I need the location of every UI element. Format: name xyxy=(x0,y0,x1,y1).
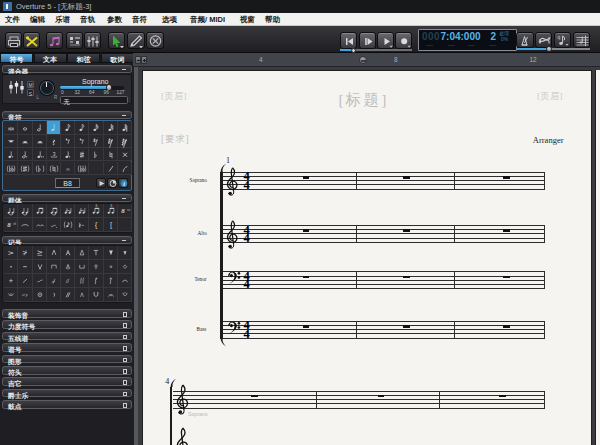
svg-text:vb: vb xyxy=(13,223,16,227)
svg-text:[: [ xyxy=(110,221,113,230)
svg-text:3: 3 xyxy=(52,151,55,157)
svg-text:8: 8 xyxy=(8,221,12,229)
svg-text:{: { xyxy=(95,221,98,230)
svg-text:∞: ∞ xyxy=(66,166,70,172)
svg-text:8: 8 xyxy=(121,207,125,215)
svg-text:q: q xyxy=(558,33,561,39)
svg-text:3: 3 xyxy=(110,205,112,209)
svg-text:3: 3 xyxy=(96,205,98,209)
svg-text:va: va xyxy=(127,209,130,213)
